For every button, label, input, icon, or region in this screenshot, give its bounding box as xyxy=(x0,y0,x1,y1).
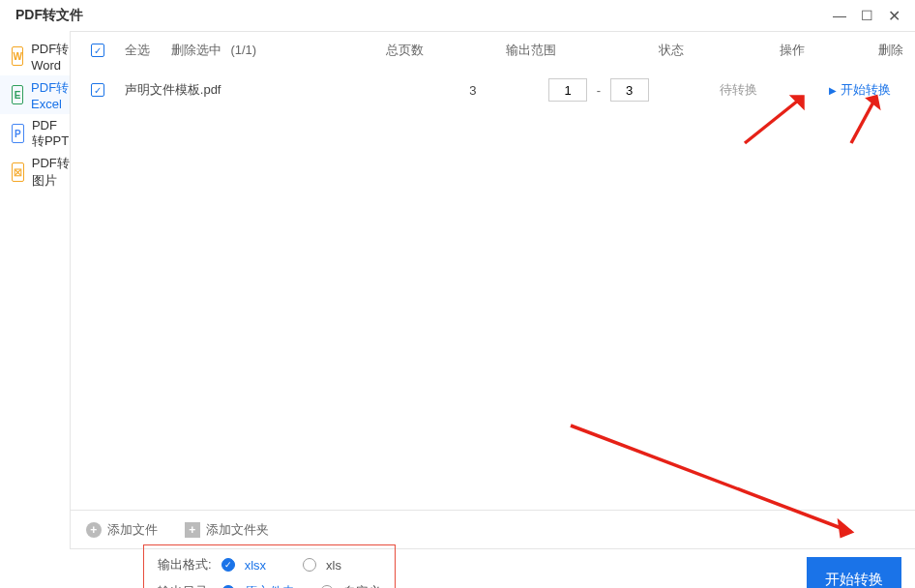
file-name: 声明文件模板.pdf xyxy=(125,81,221,99)
maximize-button[interactable]: ☐ xyxy=(853,2,880,29)
page-count: 3 xyxy=(425,83,521,98)
select-all-label: 全选 xyxy=(125,42,150,59)
add-folder-button[interactable]: + 添加文件夹 xyxy=(185,521,269,539)
row-checkbox[interactable]: ✓ xyxy=(91,83,104,97)
add-bar: + 添加文件 + 添加文件夹 xyxy=(71,510,915,548)
sidebar: W PDF转Word E PDF转Excel P PDF转PPT ☒ PDF转图… xyxy=(0,31,70,549)
dir-orig-label[interactable]: 原文件夹 xyxy=(245,583,295,588)
dir-label: 输出目录: xyxy=(158,583,212,588)
sidebar-item-label: PDF转Excel xyxy=(31,79,70,111)
add-folder-label: 添加文件夹 xyxy=(206,521,269,539)
bottom-bar: 输出格式: xlsx xls 输出目录: 原文件夹 自定义 开始转换 版本号:1… xyxy=(0,549,915,588)
close-button[interactable]: ✕ xyxy=(880,2,907,29)
format-label: 输出格式: xyxy=(158,556,212,573)
excel-icon: E xyxy=(12,85,23,104)
start-convert-row-button[interactable]: 开始转换 xyxy=(802,81,915,99)
start-convert-button[interactable]: 开始转换 xyxy=(807,557,901,588)
sidebar-item-label: PDF转图片 xyxy=(32,155,70,190)
col-status: 状态 xyxy=(608,42,734,59)
sidebar-item-ppt[interactable]: P PDF转PPT xyxy=(0,114,70,153)
empty-area xyxy=(71,111,915,510)
window-title: PDF转文件 xyxy=(15,7,826,24)
add-file-label: 添加文件 xyxy=(107,521,158,539)
format-xls-radio[interactable] xyxy=(303,558,316,572)
select-all-checkbox[interactable]: ✓ xyxy=(91,44,104,57)
word-icon: W xyxy=(12,46,23,66)
add-file-button[interactable]: + 添加文件 xyxy=(86,521,158,539)
format-xlsx-label[interactable]: xlsx xyxy=(245,558,266,573)
minimize-button[interactable]: — xyxy=(826,2,853,29)
plus-circle-icon: + xyxy=(86,522,102,538)
sidebar-item-excel[interactable]: E PDF转Excel xyxy=(0,75,70,114)
sidebar-item-image[interactable]: ☒ PDF转图片 xyxy=(0,153,70,191)
col-action: 操作 xyxy=(734,42,850,59)
delete-selected-button[interactable]: 删除选中 xyxy=(171,43,221,57)
col-range: 输出范围 xyxy=(454,42,608,59)
body: W PDF转Word E PDF转Excel P PDF转PPT ☒ PDF转图… xyxy=(0,31,915,549)
selection-counter: (1/1) xyxy=(230,43,256,57)
ppt-icon: P xyxy=(12,124,24,143)
col-delete: 删除 xyxy=(850,42,915,59)
range-dash: - xyxy=(597,83,601,98)
options-box: 输出格式: xlsx xls 输出目录: 原文件夹 自定义 xyxy=(143,544,396,588)
range-from-input[interactable] xyxy=(548,78,587,102)
image-icon: ☒ xyxy=(12,162,24,182)
format-xls-label[interactable]: xls xyxy=(326,558,341,573)
sidebar-item-label: PDF转Word xyxy=(31,41,70,73)
titlebar: PDF转文件 — ☐ ✕ xyxy=(0,0,915,31)
plus-square-icon: + xyxy=(185,522,200,538)
col-pages: 总页数 xyxy=(357,42,454,59)
format-xlsx-radio[interactable] xyxy=(221,558,235,572)
main-panel: ✓ 全选 删除选中 (1/1) 总页数 输出范围 状态 操作 删除 ✓ 声明文件… xyxy=(70,31,915,549)
range-to-input[interactable] xyxy=(610,78,649,102)
table-row: ✓ 声明文件模板.pdf 3 - 待转换 开始转换 🗑 xyxy=(71,69,915,111)
sidebar-item-label: PDF转PPT xyxy=(32,118,70,150)
table-header: ✓ 全选 删除选中 (1/1) 总页数 输出范围 状态 操作 删除 xyxy=(71,32,915,69)
sidebar-item-word[interactable]: W PDF转Word xyxy=(0,37,70,75)
dir-custom-label[interactable]: 自定义 xyxy=(343,583,381,588)
status-text: 待转换 xyxy=(676,81,802,99)
